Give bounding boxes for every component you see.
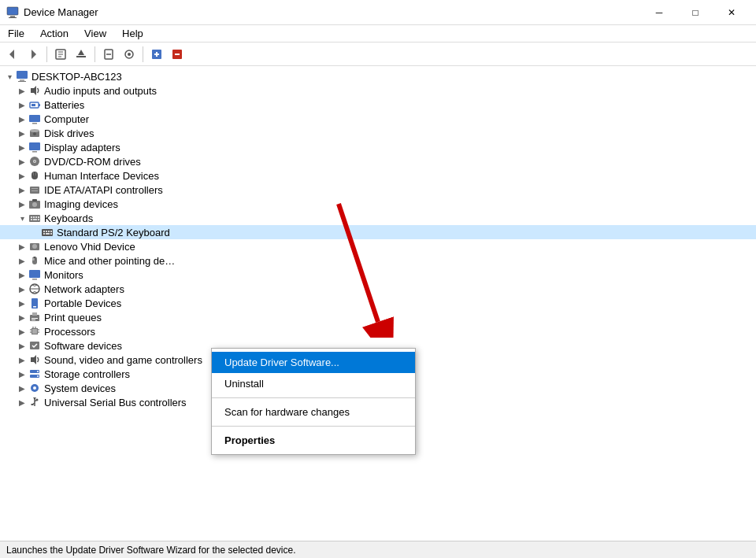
processors-expand[interactable]: ▶ xyxy=(16,325,28,338)
svg-rect-55 xyxy=(43,231,45,232)
status-bar: Launches the Update Driver Software Wiza… xyxy=(0,541,756,558)
tree-item-dvd[interactable]: ▶ DVD/CD-ROM drives xyxy=(0,154,756,168)
toolbar-sep-3 xyxy=(143,46,143,62)
tree-item-monitors[interactable]: ▶ Monitors xyxy=(0,268,756,282)
svg-rect-57 xyxy=(48,231,50,232)
batteries-label: Batteries xyxy=(44,99,84,111)
mice-expand[interactable]: ▶ xyxy=(16,254,28,267)
audio-icon xyxy=(28,84,41,97)
context-menu-sep-1 xyxy=(212,397,415,398)
portable-icon xyxy=(28,297,41,309)
disk-expand[interactable]: ▶ xyxy=(16,127,28,139)
svg-rect-53 xyxy=(38,219,39,220)
tree-item-audio[interactable]: ▶ Audio inputs and outputs xyxy=(0,83,756,98)
tree-item-network[interactable]: ▶ Network adapters xyxy=(0,282,756,296)
display-label: Display adapters xyxy=(44,142,120,153)
ide-expand[interactable]: ▶ xyxy=(16,183,28,196)
menu-action[interactable]: Action xyxy=(32,26,76,41)
tree-item-processors[interactable]: ▶ Processors xyxy=(0,324,756,338)
computer-expand[interactable]: ▶ xyxy=(16,113,28,125)
svg-point-36 xyxy=(34,161,35,162)
toolbar-properties[interactable] xyxy=(51,45,70,64)
tree-item-display[interactable]: ▶ Display adapters xyxy=(0,140,756,154)
tree-item-portable[interactable]: ▶ Portable Devices xyxy=(0,296,756,310)
sound-expand[interactable]: ▶ xyxy=(16,353,28,366)
minimize-button[interactable]: ─ xyxy=(641,0,677,25)
tree-item-ide[interactable]: ▶ IDE ATA/ATAPI controllers xyxy=(0,183,756,197)
sound-icon xyxy=(28,353,41,366)
root-expand[interactable]: ▾ xyxy=(3,70,16,83)
batteries-expand[interactable]: ▶ xyxy=(16,98,28,111)
tree-item-mice[interactable]: ▶ Mice and other pointing de… xyxy=(0,253,756,268)
tree-item-hid[interactable]: ▶ Human Interface Devices xyxy=(0,168,756,183)
toolbar-scan[interactable] xyxy=(120,45,139,64)
main-content: ▾ DESKTOP-ABC123 ▶ Audio inputs and outp… xyxy=(0,66,756,541)
menu-view[interactable]: View xyxy=(76,26,114,41)
disk-label: Disk drives xyxy=(44,127,94,139)
context-menu-properties[interactable]: Properties xyxy=(212,430,415,451)
svg-rect-28 xyxy=(32,123,37,124)
svg-point-89 xyxy=(37,371,39,372)
keyboards-expand[interactable]: ▾ xyxy=(16,212,28,224)
svg-rect-33 xyxy=(32,151,37,153)
svg-point-44 xyxy=(32,202,37,207)
lenovo-expand[interactable]: ▶ xyxy=(16,240,28,253)
dvd-expand[interactable]: ▶ xyxy=(16,155,28,168)
app-icon xyxy=(6,6,19,19)
tree-item-disk[interactable]: ▶ Disk drives xyxy=(0,126,756,140)
network-label: Network adapters xyxy=(44,283,124,295)
tree-item-ps2-keyboard[interactable]: ▶ Standard PS/2 Keyboard xyxy=(0,225,756,239)
svg-rect-2 xyxy=(9,17,17,18)
svg-rect-78 xyxy=(32,329,37,334)
batteries-icon xyxy=(28,98,41,111)
hid-expand[interactable]: ▶ xyxy=(16,169,28,182)
ide-icon xyxy=(28,183,41,196)
tree-root[interactable]: ▾ DESKTOP-ABC123 xyxy=(0,69,756,83)
usb-expand[interactable]: ▶ xyxy=(16,396,28,408)
system-expand[interactable]: ▶ xyxy=(16,382,28,394)
context-menu-scan[interactable]: Scan for hardware changes xyxy=(212,401,415,423)
imaging-icon xyxy=(28,198,41,210)
display-expand[interactable]: ▶ xyxy=(16,141,28,153)
tree-item-computer[interactable]: ▶ Computer xyxy=(0,112,756,126)
print-queues-expand[interactable]: ▶ xyxy=(16,311,28,323)
tree-item-lenovo[interactable]: ▶ Lenovo Vhid Device xyxy=(0,239,756,253)
keyboards-label: Keyboards xyxy=(44,212,93,224)
svg-rect-9 xyxy=(76,56,86,57)
context-menu-uninstall[interactable]: Uninstall xyxy=(212,373,415,394)
software-expand[interactable]: ▶ xyxy=(16,339,28,352)
monitors-label: Monitors xyxy=(44,269,83,281)
tree-item-imaging[interactable]: ▶ Imaging devices xyxy=(0,197,756,211)
svg-rect-60 xyxy=(46,233,50,235)
context-menu: Update Driver Software... Uninstall Scan… xyxy=(211,348,416,455)
audio-expand[interactable]: ▶ xyxy=(16,84,28,97)
toolbar-remove[interactable] xyxy=(168,45,187,64)
tree-item-keyboards[interactable]: ▾ Keyboards xyxy=(0,211,756,225)
svg-rect-76 xyxy=(32,320,35,320)
tree-item-print-queues[interactable]: ▶ Print queues xyxy=(0,310,756,324)
menu-file[interactable]: File xyxy=(0,26,32,41)
menu-help[interactable]: Help xyxy=(114,26,151,41)
toolbar-back[interactable] xyxy=(3,45,22,64)
toolbar-sep-2 xyxy=(94,46,95,62)
svg-marker-3 xyxy=(9,50,14,59)
toolbar-add-legacy[interactable] xyxy=(147,45,166,64)
toolbar-update-driver[interactable] xyxy=(72,45,91,64)
mice-label: Mice and other pointing de… xyxy=(44,255,175,267)
imaging-expand[interactable]: ▶ xyxy=(16,198,28,210)
context-menu-update-driver[interactable]: Update Driver Software... xyxy=(212,352,415,373)
monitors-expand[interactable]: ▶ xyxy=(16,268,28,281)
svg-point-95 xyxy=(36,399,39,401)
computer-label: Computer xyxy=(44,113,89,125)
svg-point-90 xyxy=(37,375,39,377)
close-button[interactable]: ✕ xyxy=(713,0,750,25)
portable-expand[interactable]: ▶ xyxy=(16,297,28,309)
software-icon xyxy=(28,339,41,352)
network-expand[interactable]: ▶ xyxy=(16,283,28,295)
svg-rect-72 xyxy=(33,306,36,308)
maximize-button[interactable]: □ xyxy=(677,0,713,25)
storage-expand[interactable]: ▶ xyxy=(16,368,28,380)
toolbar-forward[interactable] xyxy=(24,45,43,64)
tree-item-batteries[interactable]: ▶ Batteries xyxy=(0,98,756,112)
toolbar-uninstall[interactable] xyxy=(99,45,118,64)
